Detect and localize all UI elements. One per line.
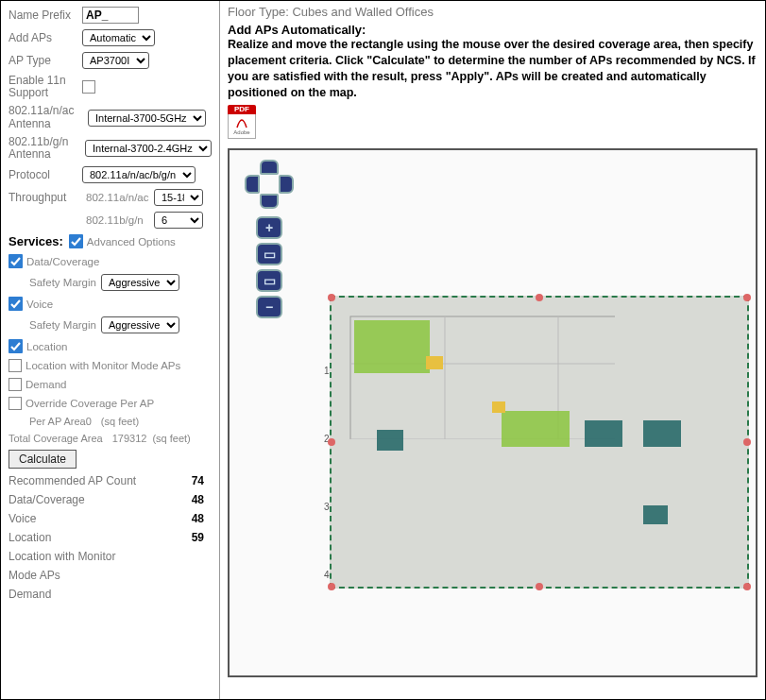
- add-aps-label: Add APs: [9, 31, 82, 44]
- zone-yellow-2: [492, 401, 505, 413]
- zoom-in-button[interactable]: +: [256, 216, 282, 239]
- data-coverage-label: Data/Coverage: [26, 256, 99, 267]
- pan-down-button[interactable]: [260, 194, 279, 209]
- antenna-b-select[interactable]: Internal-3700-2.4GHz: [85, 140, 212, 157]
- pan-up-button[interactable]: [260, 160, 279, 175]
- throughput-b-select[interactable]: 6: [154, 212, 203, 229]
- floorplan-area[interactable]: [330, 296, 749, 589]
- res-data-label: Data/Coverage: [9, 493, 85, 506]
- res-mode-aps-label: Mode APs: [9, 569, 60, 582]
- nav-widget: + ▭ ▭ −: [245, 160, 294, 322]
- name-prefix-label: Name Prefix: [9, 9, 82, 22]
- corner-handle[interactable]: [743, 583, 751, 590]
- res-voice-label: Voice: [9, 512, 36, 525]
- res-demand-label: Demand: [9, 588, 51, 601]
- zone-teal-1: [377, 430, 403, 451]
- zone-teal-3: [643, 420, 681, 447]
- recommended-value: 74: [192, 474, 204, 487]
- corner-handle[interactable]: [328, 294, 335, 301]
- protocol-select[interactable]: 802.11a/n/ac/b/g/n: [82, 166, 196, 183]
- floor-type-label: Floor Type: Cubes and Walled Offices: [228, 5, 757, 19]
- throughput-b-label: 802.11b/g/n: [86, 214, 154, 226]
- pdf-icon[interactable]: PDF Adobe: [228, 105, 260, 141]
- zone-yellow-1: [426, 356, 443, 369]
- res-voice-value: 48: [192, 512, 204, 525]
- corner-handle[interactable]: [328, 583, 335, 590]
- zone-teal-2: [585, 420, 622, 447]
- zoom-level-1-button[interactable]: ▭: [256, 243, 282, 265]
- name-prefix-input[interactable]: [82, 7, 139, 24]
- voice-checkbox[interactable]: [9, 297, 23, 311]
- instructions-text: Realize and move the rectangle using the…: [228, 37, 757, 101]
- map-panel[interactable]: + ▭ ▭ − 0 ft 0 ft 100 ft 200 ft 300 ft 4…: [228, 148, 757, 677]
- res-location-label: Location: [9, 531, 51, 544]
- per-ap-area-value: 0: [86, 416, 92, 427]
- safety-margin-label-1: Safety Margin: [29, 277, 101, 288]
- pan-right-button[interactable]: [279, 175, 294, 194]
- override-label: Override Coverage Per AP: [26, 398, 154, 409]
- voice-label: Voice: [26, 299, 53, 310]
- data-coverage-checkbox[interactable]: [9, 254, 23, 268]
- throughput-a-label: 802.11a/n/ac: [86, 192, 154, 203]
- per-ap-sqft: (sq feet): [101, 416, 139, 427]
- throughput-label: Throughput: [9, 191, 82, 204]
- zone-green-2: [502, 411, 570, 447]
- safety-margin-label-2: Safety Margin: [29, 319, 101, 331]
- total-coverage-sqft: (sq feet): [152, 433, 190, 444]
- zone-teal-4: [643, 505, 668, 524]
- demand-label: Demand: [26, 379, 66, 390]
- adobe-icon: [233, 116, 250, 129]
- recommended-label: Recommended AP Count: [9, 474, 136, 487]
- edge-handle[interactable]: [743, 438, 751, 446]
- ap-type-select[interactable]: AP3700I: [82, 52, 149, 69]
- location-label: Location: [26, 341, 67, 352]
- pan-left-button[interactable]: [245, 175, 260, 194]
- enable-11n-checkbox[interactable]: [82, 80, 95, 94]
- advanced-options-label: Advanced Options: [87, 236, 176, 248]
- main-panel: Floor Type: Cubes and Walled Offices Add…: [220, 1, 765, 699]
- corner-handle[interactable]: [743, 294, 751, 301]
- antenna-a-select[interactable]: Internal-3700-5GHz: [88, 110, 206, 127]
- res-data-value: 48: [192, 493, 204, 506]
- total-coverage-label: Total Coverage Area: [9, 433, 103, 444]
- protocol-label: Protocol: [9, 168, 82, 181]
- res-lwm-label: Location with Monitor: [9, 550, 115, 563]
- edge-handle[interactable]: [536, 294, 543, 301]
- antenna-a-label: 802.11a/n/ac Antenna: [9, 105, 88, 129]
- override-checkbox[interactable]: [9, 397, 22, 410]
- edge-handle[interactable]: [328, 438, 335, 446]
- ap-type-label: AP Type: [9, 54, 82, 67]
- demand-checkbox[interactable]: [9, 378, 22, 391]
- antenna-b-label: 802.11b/g/n Antenna: [9, 136, 85, 161]
- zoom-level-2-button[interactable]: ▭: [256, 269, 282, 292]
- per-ap-area-label: Per AP Area: [29, 416, 86, 427]
- calculate-button[interactable]: Calculate: [9, 450, 77, 469]
- res-location-value: 59: [192, 531, 204, 544]
- sidebar: Name Prefix Add APs Automatic AP Type AP…: [1, 1, 220, 699]
- total-coverage-value: 179312: [112, 433, 147, 444]
- add-aps-select[interactable]: Automatic: [82, 29, 155, 46]
- zoom-out-button[interactable]: −: [256, 296, 282, 318]
- location-checkbox[interactable]: [9, 339, 23, 353]
- zone-green-1: [354, 320, 430, 373]
- advanced-options-checkbox[interactable]: [69, 234, 83, 248]
- add-aps-title: Add APs Automatically:: [228, 23, 757, 37]
- enable-11n-label: Enable 11n Support: [9, 75, 82, 99]
- location-monitor-label: Location with Monitor Mode APs: [26, 360, 180, 371]
- throughput-a-select[interactable]: 15-18: [154, 189, 203, 206]
- safety-margin-data-select[interactable]: Aggressive: [101, 274, 179, 291]
- edge-handle[interactable]: [536, 583, 543, 590]
- services-label: Services:: [9, 234, 63, 248]
- safety-margin-voice-select[interactable]: Aggressive: [101, 316, 179, 333]
- location-monitor-checkbox[interactable]: [9, 359, 22, 372]
